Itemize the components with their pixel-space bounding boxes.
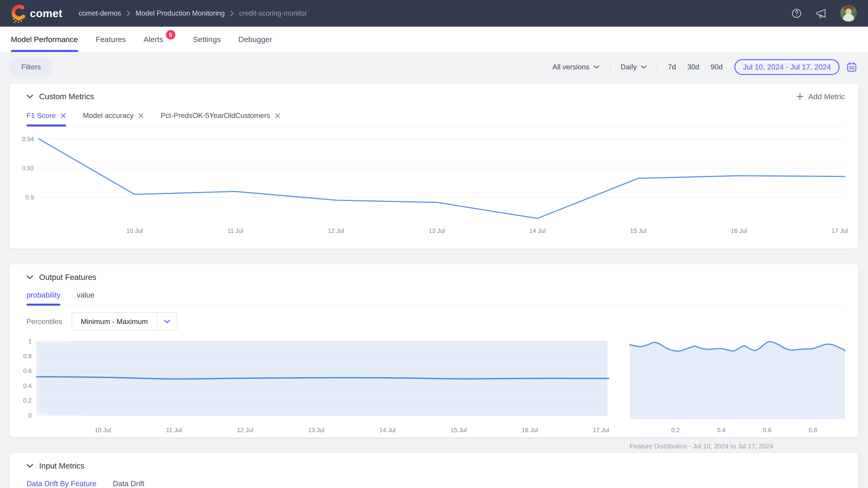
f1-score-line-chart[interactable]: 0.90.920.9410 Jul11 Jul12 Jul13 Jul14 Ju… xyxy=(26,132,846,238)
output-feature-tabs: probability value xyxy=(26,291,845,306)
help-icon[interactable] xyxy=(791,7,802,19)
input-metric-tabs: Data Drift By Feature Data Drift xyxy=(26,480,845,488)
svg-text:10 Jul: 10 Jul xyxy=(126,228,143,234)
svg-text:0.4: 0.4 xyxy=(717,427,725,433)
tab-data-drift[interactable]: Data Drift xyxy=(113,480,144,488)
divider xyxy=(657,61,657,74)
svg-text:16 Jul: 16 Jul xyxy=(731,228,747,234)
close-icon[interactable] xyxy=(60,113,66,119)
close-icon[interactable] xyxy=(275,113,281,119)
brand-name: comet xyxy=(30,7,62,20)
tab-label: Features xyxy=(96,35,126,44)
plus-icon xyxy=(796,93,804,100)
tab-debugger[interactable]: Debugger xyxy=(239,27,272,52)
percentiles-select[interactable]: Minimum - Maximum xyxy=(72,313,177,330)
svg-text:0.8: 0.8 xyxy=(23,353,32,360)
distribution-caption: Feature Distribution - Jul 10, 2024 to J… xyxy=(630,443,845,450)
metric-tab-label: Model accuracy xyxy=(83,111,133,120)
metric-tab-label: Pct-PredsOK-5YearOldCustomers xyxy=(161,111,270,120)
output-features-collapse[interactable]: Output Features xyxy=(26,273,96,282)
close-icon[interactable] xyxy=(138,113,144,119)
calendar-icon[interactable] xyxy=(846,62,857,72)
breadcrumb-model[interactable]: Model Production Monitoring xyxy=(135,9,225,18)
svg-text:0.94: 0.94 xyxy=(22,136,34,142)
metric-tab-f1-score[interactable]: F1 Score xyxy=(26,111,66,126)
svg-text:11 Jul: 11 Jul xyxy=(227,228,243,234)
feature-tab-probability[interactable]: probability xyxy=(26,291,60,305)
probability-minmax-area-chart[interactable]: 00.20.40.60.8110 Jul11 Jul12 Jul13 Jul14… xyxy=(26,335,608,440)
tab-label: Debugger xyxy=(239,35,272,44)
svg-text:0.6: 0.6 xyxy=(763,427,772,433)
tab-label: Settings xyxy=(193,35,221,44)
interval-select-value: Daily xyxy=(621,63,637,71)
chevron-down-icon xyxy=(157,313,177,330)
announcements-megaphone-icon[interactable] xyxy=(815,7,827,20)
tab-model-performance[interactable]: Model Performance xyxy=(11,27,78,52)
comet-logo-icon xyxy=(11,4,28,23)
svg-text:16 Jul: 16 Jul xyxy=(522,427,538,433)
user-avatar[interactable] xyxy=(840,5,857,22)
custom-metrics-panel: Custom Metrics Add Metric F1 Score Model… xyxy=(9,83,859,249)
divider xyxy=(610,61,610,74)
range-7d-button[interactable]: 7d xyxy=(668,63,676,71)
comet-logo[interactable]: comet xyxy=(11,4,62,23)
versions-select-value: All versions xyxy=(553,63,590,71)
chevron-down-icon xyxy=(26,94,33,99)
feature-distribution-chart[interactable]: 0.20.40.60.8 xyxy=(630,335,845,440)
breadcrumb-current: credit-scoring-monitor xyxy=(239,9,307,18)
alerts-count-badge: 6 xyxy=(166,30,176,39)
custom-metrics-collapse[interactable]: Custom Metrics xyxy=(26,92,94,101)
percentiles-select-value: Minimum - Maximum xyxy=(81,318,148,326)
svg-text:1: 1 xyxy=(28,338,32,345)
svg-text:15 Jul: 15 Jul xyxy=(451,427,467,433)
svg-text:14 Jul: 14 Jul xyxy=(379,427,396,433)
range-30d-button[interactable]: 30d xyxy=(687,63,699,71)
tab-alerts[interactable]: Alerts 6 xyxy=(144,27,176,52)
range-90d-button[interactable]: 90d xyxy=(711,63,723,71)
chevron-down-icon xyxy=(641,65,647,69)
svg-text:0.92: 0.92 xyxy=(22,165,34,172)
svg-text:15 Jul: 15 Jul xyxy=(630,228,646,234)
feature-tab-value[interactable]: value xyxy=(76,291,94,305)
interval-select[interactable]: Daily xyxy=(621,63,647,71)
filters-toolbar: Filters All versions Daily 7d 30d 90d Ju… xyxy=(0,52,868,80)
metric-tab-pct-predsok[interactable]: Pct-PredsOK-5YearOldCustomers xyxy=(161,111,281,126)
svg-text:0.8: 0.8 xyxy=(809,427,817,433)
svg-text:13 Jul: 13 Jul xyxy=(429,228,445,234)
section-title: Output Features xyxy=(39,273,96,282)
metric-tab-label: F1 Score xyxy=(26,111,56,120)
breadcrumb: comet-demos Model Production Monitoring … xyxy=(79,9,307,18)
tab-features[interactable]: Features xyxy=(96,27,126,52)
svg-text:10 Jul: 10 Jul xyxy=(95,427,111,433)
section-title: Input Metrics xyxy=(39,461,84,470)
chevron-right-icon xyxy=(230,10,234,16)
quick-ranges: 7d 30d 90d xyxy=(668,63,723,71)
svg-text:17 Jul: 17 Jul xyxy=(832,228,848,234)
svg-text:11 Jul: 11 Jul xyxy=(166,427,182,433)
versions-select[interactable]: All versions xyxy=(553,63,599,71)
date-range-button[interactable]: Jul 10, 2024 - Jul 17, 2024 xyxy=(735,59,839,75)
section-title: Custom Metrics xyxy=(39,92,94,101)
svg-text:12 Jul: 12 Jul xyxy=(237,427,253,433)
top-nav: comet comet-demos Model Production Monit… xyxy=(0,0,868,27)
add-metric-button[interactable]: Add Metric xyxy=(796,92,845,101)
breadcrumb-workspace[interactable]: comet-demos xyxy=(79,9,121,18)
svg-text:0: 0 xyxy=(28,412,32,419)
svg-text:0.2: 0.2 xyxy=(23,397,32,404)
svg-text:0.4: 0.4 xyxy=(23,383,32,389)
svg-text:0.2: 0.2 xyxy=(671,427,680,433)
svg-text:17 Jul: 17 Jul xyxy=(593,427,609,433)
tab-data-drift-by-feature[interactable]: Data Drift By Feature xyxy=(26,480,96,488)
input-metrics-panel: Input Metrics Data Drift By Feature Data… xyxy=(9,452,859,488)
chevron-down-icon xyxy=(594,65,599,69)
filters-button[interactable]: Filters xyxy=(11,58,51,76)
chevron-down-icon xyxy=(26,464,33,468)
tab-settings[interactable]: Settings xyxy=(193,27,221,52)
add-metric-label: Add Metric xyxy=(808,92,845,101)
main-tabbar: Model Performance Features Alerts 6 Sett… xyxy=(0,27,868,52)
tab-label: Model Performance xyxy=(11,35,78,44)
input-metrics-collapse[interactable]: Input Metrics xyxy=(26,461,84,470)
svg-text:14 Jul: 14 Jul xyxy=(529,228,546,234)
chevron-right-icon xyxy=(127,10,130,16)
metric-tab-model-accuracy[interactable]: Model accuracy xyxy=(83,111,144,126)
